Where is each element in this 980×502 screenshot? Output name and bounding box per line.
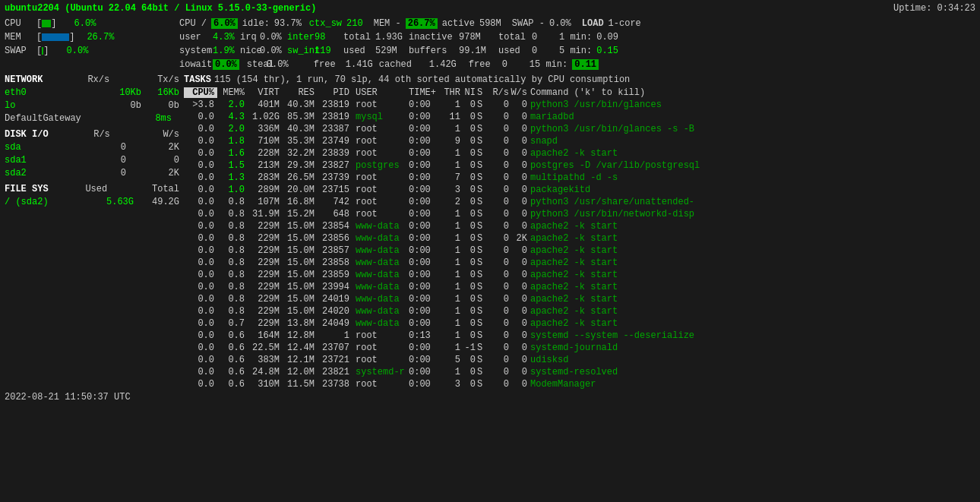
proc-ws: 0 [509,282,530,292]
proc-pid: 23994 [318,282,352,292]
proc-ni: 0 [460,257,477,268]
proc-cpu: 0.0 [184,112,217,122]
col-cmd: Command ('k' to kill) [530,87,645,98]
proc-s: S [477,270,488,280]
proc-cpu: 0.0 [184,221,217,232]
proc-thr: 7 [439,172,460,183]
proc-user: root [352,209,406,219]
proc-pid: 23707 [318,343,352,353]
proc-time: 0:00 [406,318,439,329]
proc-rs: 0 [488,209,509,219]
proc-ni: 0 [460,355,477,365]
proc-cmd: udisksd [530,355,568,365]
proc-cpu: 0.0 [184,270,217,280]
table-row: 0.0 2.0 336M 40.3M 23387 root 0:00 1 0 S… [184,123,975,135]
proc-ws: 0 [509,306,530,317]
network-header-row: NETWORK Rx/s Tx/s [5,73,179,86]
proc-rs: 0 [488,355,509,365]
proc-ni: 0 [460,221,477,232]
proc-time: 0:00 [406,112,439,122]
proc-user: root [352,330,406,341]
proc-user: www-data [352,233,406,244]
proc-res: 85.3M [283,112,318,122]
network-lo: lo 0b 0b [5,99,179,112]
proc-s: S [477,124,488,134]
proc-ni: 0 [460,306,477,317]
proc-cmd: python3 /usr/share/unattended- [530,197,694,207]
proc-ni: 0 [460,185,477,195]
proc-mem: 0.8 [217,209,248,219]
proc-user: root [352,379,406,390]
title-right: Uptime: 0:34:23 [893,3,975,14]
mini-stats-panel: CPU [ ] 6.0% MEM [ ] 26.7% SWAP [ ] 0.0% [5,17,179,71]
proc-time: 0:00 [406,148,439,159]
proc-cpu: >3.8 [184,99,217,110]
proc-cmd: ModemManager [530,379,596,390]
proc-cmd: multipathd -d -s [530,172,618,183]
proc-cmd: apache2 -k start [530,306,618,317]
proc-mem: 0.8 [217,221,248,232]
proc-time: 0:00 [406,124,439,134]
proc-rs: 0 [488,257,509,268]
table-row: 0.0 0.8 229M 15.0M 24020 www-data 0:00 1… [184,305,975,317]
proc-user: root [352,355,406,365]
mini-mem-bar [42,33,69,41]
proc-col-headers: CPU% MEM% VIRT RES PID USER TIME+ THR NI… [184,86,975,99]
proc-ni: 0 [460,160,477,171]
table-row: 0.0 0.8 229M 15.0M 23854 www-data 0:00 1… [184,220,975,232]
proc-time: 0:00 [406,209,439,219]
proc-mem: 0.8 [217,306,248,317]
proc-ni: 0 [460,233,477,244]
proc-ws: 0 [509,99,530,110]
proc-virt: 1.02G [248,112,283,122]
mini-mem-pct: 26.7% [77,32,114,43]
stats-row-4: iowait 0.0% steal 0.0% free 1.41G cached… [179,58,975,71]
proc-s: S [477,233,488,244]
title-bar: ubuntu2204 (Ubuntu 22.04 64bit / Linux 5… [5,3,975,14]
proc-pid: 23749 [318,136,352,147]
proc-mem: 0.8 [217,282,248,292]
proc-res: 29.3M [283,160,318,171]
proc-time: 0:00 [406,343,439,353]
proc-ni: 0 [460,172,477,183]
proc-cmd: apache2 -k start [530,148,618,159]
proc-pid: 24019 [318,294,352,305]
proc-pid: 648 [318,209,352,219]
proc-pid: 23821 [318,367,352,377]
proc-s: S [477,318,488,329]
proc-ws: 0 [509,124,530,134]
proc-virt: 229M [248,270,283,280]
mini-swap-label: SWAP [5,46,36,56]
proc-res: 40.3M [283,99,318,110]
proc-res: 11.5M [283,379,318,390]
proc-rs: 0 [488,270,509,280]
table-row: 0.0 0.8 229M 15.0M 23858 www-data 0:00 1… [184,257,975,269]
proc-virt: 229M [248,245,283,256]
proc-user: www-data [352,294,406,305]
timestamp: 2022-08-21 11:50:37 UTC [5,392,131,403]
proc-rs: 0 [488,343,509,353]
table-row: 0.0 0.8 229M 15.0M 24019 www-data 0:00 1… [184,293,975,305]
proc-cpu: 0.0 [184,318,217,329]
proc-virt: 283M [248,172,283,183]
proc-cmd: snapd [530,136,558,147]
proc-ws: 0 [509,379,530,390]
proc-time: 0:00 [406,136,439,147]
mini-cpu-label: CPU [5,18,36,29]
proc-ws: 0 [509,355,530,365]
proc-virt: 383M [248,355,283,365]
mem-pct-box: 26.7% [406,18,438,29]
process-panel: TASKS 115 (154 thr), 1 run, 70 slp, 44 o… [184,73,975,390]
proc-cmd: apache2 -k start [530,233,618,244]
proc-time: 0:13 [406,330,439,341]
proc-cpu: 0.0 [184,148,217,159]
proc-ni: 0 [460,282,477,292]
proc-res: 15.0M [283,270,318,280]
table-row: 0.0 0.6 164M 12.8M 1 root 0:13 1 0 S 0 0… [184,330,975,342]
proc-ni: 0 [460,318,477,329]
proc-virt: 24.8M [248,367,283,377]
tasks-header: TASKS 115 (154 thr), 1 run, 70 slp, 44 o… [184,73,975,86]
proc-user: mysql [352,112,406,122]
main-content: NETWORK Rx/s Tx/s eth0 10Kb 16Kb lo 0b 0… [5,73,975,390]
proc-thr: 1 [439,282,460,292]
